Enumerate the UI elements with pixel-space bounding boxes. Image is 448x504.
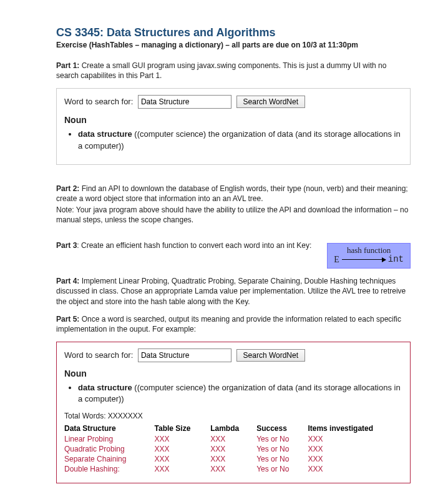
search-input-2[interactable] <box>138 348 231 362</box>
course-title: CS 3345: Data Structures and Algorithms <box>56 26 411 39</box>
search-row: Word to search for: Search WordNet <box>64 95 402 109</box>
table-row: Separate Chaining XXX XXX Yes or No XXX <box>64 454 402 464</box>
part5-label: Part 5: <box>56 315 79 324</box>
results-table: Data Structure Table Size Lambda Success… <box>64 423 402 474</box>
part2-label: Part 2: <box>56 184 79 193</box>
cell-size: XXX <box>155 444 211 454</box>
part3-label: Part 3 <box>56 241 77 250</box>
cell-lambda: XXX <box>210 434 256 444</box>
cell-items: XXX <box>308 464 402 474</box>
col-table-size: Table Size <box>155 423 211 434</box>
table-header-row: Data Structure Table Size Lambda Success… <box>64 423 402 434</box>
cell-success: Yes or No <box>256 454 308 464</box>
part1-text: Create a small GUI program using javax.s… <box>56 61 386 80</box>
definition-item-2: data structure ((computer science) the o… <box>78 382 402 405</box>
part-of-speech-heading-2: Noun <box>64 368 402 378</box>
definition-list-2: data structure ((computer science) the o… <box>78 382 402 405</box>
diagram-left-symbol: E <box>334 255 339 264</box>
definition-term: data structure <box>78 129 132 139</box>
part5-paragraph: Part 5: Once a word is searched, output … <box>56 314 411 334</box>
cell-success: Yes or No <box>256 434 308 444</box>
cell-lambda: XXX <box>210 454 256 464</box>
document-page: CS 3345: Data Structures and Algorithms … <box>0 0 448 504</box>
part1-paragraph: Part 1: Create a small GUI program using… <box>56 61 411 81</box>
table-row: Quadratic Probing XXX XXX Yes or No XXX <box>64 444 402 454</box>
table-row: Linear Probing XXX XXX Yes or No XXX <box>64 434 402 444</box>
table-row: Double Hashing: XXX XXX Yes or No XXX <box>64 464 402 474</box>
cell-items: XXX <box>308 454 402 464</box>
cell-name: Separate Chaining <box>64 454 155 464</box>
cell-size: XXX <box>155 454 211 464</box>
part4-paragraph: Part 4: Implement Linear Probing, Quadtr… <box>56 276 411 307</box>
gui-screenshot-1: Word to search for: Search WordNet Noun … <box>56 88 411 164</box>
cell-success: Yes or No <box>256 444 308 454</box>
exercise-subtitle: Exercise (HashTables – managing a dictio… <box>56 41 411 49</box>
diagram-bottom-row: E int <box>334 255 404 264</box>
part5-text: Once a word is searched, output its mean… <box>56 315 401 334</box>
cell-lambda: XXX <box>210 444 256 454</box>
gui-screenshot-2: Word to search for: Search WordNet Noun … <box>56 342 411 483</box>
cell-success: Yes or No <box>256 464 308 474</box>
search-label: Word to search for: <box>64 97 133 106</box>
cell-name: Quadratic Probing <box>64 444 155 454</box>
cell-size: XXX <box>155 464 211 474</box>
part2-text: Find an API to downlown the database of … <box>56 184 408 203</box>
cell-name: Linear Probing <box>64 434 155 444</box>
total-words-line: Total Words: XXXXXXX <box>64 412 402 420</box>
part3-text-wrap: Part 3: Create an efficient hash functio… <box>56 240 317 250</box>
part2-note: Note: Your java program above should hav… <box>56 205 411 225</box>
part1-label: Part 1: <box>56 61 79 70</box>
diagram-right-symbol: int <box>388 255 404 264</box>
search-label-2: Word to search for: <box>64 350 133 360</box>
definition-item: data structure ((computer science) the o… <box>78 129 402 151</box>
hash-function-diagram: hash function E int <box>327 243 411 269</box>
search-button-2[interactable]: Search WordNet <box>236 349 305 362</box>
cell-items: XXX <box>308 444 402 454</box>
cell-items: XXX <box>308 434 402 444</box>
diagram-top-label: hash function <box>334 246 404 255</box>
col-data-structure: Data Structure <box>64 423 155 434</box>
part4-text: Implement Linear Probing, Quadtratic Pro… <box>56 277 406 305</box>
part-of-speech-heading: Noun <box>64 115 402 125</box>
search-row-2: Word to search for: Search WordNet <box>64 348 402 362</box>
part2-paragraph: Part 2: Find an API to downlown the data… <box>56 184 411 204</box>
col-lambda: Lambda <box>210 423 256 434</box>
definition-term-2: data structure <box>78 383 132 392</box>
cell-size: XXX <box>155 434 211 444</box>
part3-text: : Create an efficient hash function to c… <box>77 241 311 250</box>
part3-row: Part 3: Create an efficient hash functio… <box>56 240 411 267</box>
arrow-icon <box>342 259 386 260</box>
col-items: Items investigated <box>308 423 402 434</box>
definition-list: data structure ((computer science) the o… <box>78 129 402 151</box>
cell-name: Double Hashing: <box>64 464 155 474</box>
search-input[interactable] <box>138 95 231 109</box>
search-button[interactable]: Search WordNet <box>236 96 305 108</box>
cell-lambda: XXX <box>210 464 256 474</box>
col-success: Success <box>256 423 308 434</box>
part4-label: Part 4: <box>56 277 79 285</box>
